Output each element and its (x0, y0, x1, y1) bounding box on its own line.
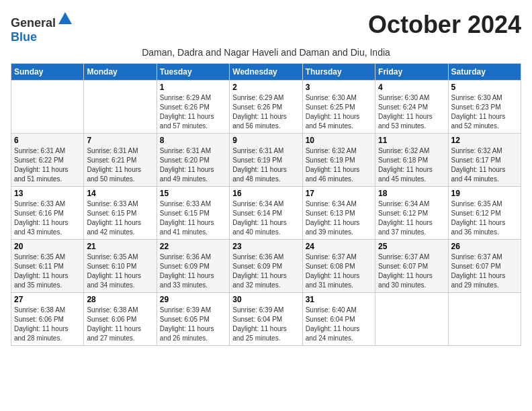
calendar-header: SundayMondayTuesdayWednesdayThursdayFrid… (11, 64, 521, 81)
calendar-week-row: 20Sunrise: 6:35 AM Sunset: 6:11 PM Dayli… (11, 240, 521, 293)
day-number: 14 (87, 189, 153, 198)
calendar-cell (11, 81, 84, 134)
logo-general: General (11, 16, 56, 30)
day-number: 10 (306, 136, 372, 145)
calendar-cell (375, 293, 448, 346)
day-info: Sunrise: 6:38 AM Sunset: 6:06 PM Dayligh… (87, 306, 153, 343)
calendar-cell: 18Sunrise: 6:34 AM Sunset: 6:12 PM Dayli… (375, 187, 448, 240)
calendar-cell: 2Sunrise: 6:29 AM Sunset: 6:26 PM Daylig… (230, 81, 302, 134)
svg-marker-0 (58, 12, 72, 24)
day-number: 16 (232, 189, 299, 198)
day-number: 19 (451, 189, 518, 198)
day-number: 30 (232, 295, 299, 304)
day-info: Sunrise: 6:29 AM Sunset: 6:26 PM Dayligh… (232, 93, 299, 131)
day-number: 13 (14, 189, 81, 198)
day-info: Sunrise: 6:31 AM Sunset: 6:19 PM Dayligh… (232, 146, 299, 184)
calendar-cell: 8Sunrise: 6:31 AM Sunset: 6:20 PM Daylig… (157, 134, 229, 187)
calendar-cell: 16Sunrise: 6:34 AM Sunset: 6:14 PM Dayli… (230, 187, 302, 240)
day-info: Sunrise: 6:34 AM Sunset: 6:12 PM Dayligh… (378, 199, 445, 237)
calendar-week-row: 13Sunrise: 6:33 AM Sunset: 6:16 PM Dayli… (11, 187, 521, 240)
day-info: Sunrise: 6:30 AM Sunset: 6:23 PM Dayligh… (451, 93, 518, 131)
day-number: 21 (87, 242, 153, 251)
day-number: 3 (306, 83, 372, 92)
calendar-cell: 3Sunrise: 6:30 AM Sunset: 6:25 PM Daylig… (302, 81, 375, 134)
calendar-cell: 7Sunrise: 6:31 AM Sunset: 6:21 PM Daylig… (84, 134, 157, 187)
calendar-cell (84, 81, 157, 134)
calendar-table: SundayMondayTuesdayWednesdayThursdayFrid… (11, 63, 521, 346)
day-number: 23 (232, 242, 299, 251)
day-number: 12 (451, 136, 518, 145)
calendar-cell: 22Sunrise: 6:36 AM Sunset: 6:09 PM Dayli… (157, 240, 229, 293)
day-of-week-header: Sunday (11, 64, 84, 81)
calendar-cell: 26Sunrise: 6:37 AM Sunset: 6:07 PM Dayli… (448, 240, 521, 293)
day-number: 7 (87, 136, 153, 145)
calendar-week-row: 1Sunrise: 6:29 AM Sunset: 6:26 PM Daylig… (11, 81, 521, 134)
calendar-cell: 29Sunrise: 6:39 AM Sunset: 6:05 PM Dayli… (157, 293, 229, 346)
day-info: Sunrise: 6:37 AM Sunset: 6:07 PM Dayligh… (451, 253, 518, 290)
day-info: Sunrise: 6:30 AM Sunset: 6:25 PM Dayligh… (306, 93, 372, 131)
day-info: Sunrise: 6:35 AM Sunset: 6:11 PM Dayligh… (14, 253, 81, 290)
calendar-cell: 9Sunrise: 6:31 AM Sunset: 6:19 PM Daylig… (230, 134, 302, 187)
day-info: Sunrise: 6:32 AM Sunset: 6:18 PM Dayligh… (378, 146, 445, 184)
day-number: 31 (306, 295, 372, 304)
day-info: Sunrise: 6:32 AM Sunset: 6:17 PM Dayligh… (451, 146, 518, 184)
day-number: 24 (306, 242, 372, 251)
logo-text: General Blue (11, 11, 73, 44)
day-number: 6 (14, 136, 81, 145)
day-info: Sunrise: 6:35 AM Sunset: 6:10 PM Dayligh… (87, 253, 153, 290)
day-info: Sunrise: 6:39 AM Sunset: 6:05 PM Dayligh… (160, 306, 226, 343)
day-info: Sunrise: 6:40 AM Sunset: 6:04 PM Dayligh… (306, 306, 372, 343)
day-info: Sunrise: 6:37 AM Sunset: 6:07 PM Dayligh… (378, 253, 445, 290)
calendar-cell: 12Sunrise: 6:32 AM Sunset: 6:17 PM Dayli… (448, 134, 521, 187)
calendar-cell: 21Sunrise: 6:35 AM Sunset: 6:10 PM Dayli… (84, 240, 157, 293)
day-of-week-header: Thursday (302, 64, 375, 81)
day-number: 17 (306, 189, 372, 198)
day-of-week-header: Friday (375, 64, 448, 81)
calendar-cell: 14Sunrise: 6:33 AM Sunset: 6:15 PM Dayli… (84, 187, 157, 240)
day-info: Sunrise: 6:31 AM Sunset: 6:21 PM Dayligh… (87, 146, 153, 184)
day-number: 22 (160, 242, 226, 251)
calendar-cell: 28Sunrise: 6:38 AM Sunset: 6:06 PM Dayli… (84, 293, 157, 346)
calendar-cell: 17Sunrise: 6:34 AM Sunset: 6:13 PM Dayli… (302, 187, 375, 240)
day-info: Sunrise: 6:34 AM Sunset: 6:14 PM Dayligh… (232, 199, 299, 237)
calendar-cell: 11Sunrise: 6:32 AM Sunset: 6:18 PM Dayli… (375, 134, 448, 187)
logo: General Blue (11, 11, 73, 44)
calendar-cell: 5Sunrise: 6:30 AM Sunset: 6:23 PM Daylig… (448, 81, 521, 134)
day-info: Sunrise: 6:39 AM Sunset: 6:04 PM Dayligh… (232, 306, 299, 343)
calendar-cell (448, 293, 521, 346)
calendar-cell: 27Sunrise: 6:38 AM Sunset: 6:06 PM Dayli… (11, 293, 84, 346)
day-number: 11 (378, 136, 445, 145)
calendar-cell: 24Sunrise: 6:37 AM Sunset: 6:08 PM Dayli… (302, 240, 375, 293)
day-number: 20 (14, 242, 81, 251)
day-info: Sunrise: 6:32 AM Sunset: 6:19 PM Dayligh… (306, 146, 372, 184)
calendar-cell: 25Sunrise: 6:37 AM Sunset: 6:07 PM Dayli… (375, 240, 448, 293)
day-number: 1 (160, 83, 226, 92)
calendar-cell: 1Sunrise: 6:29 AM Sunset: 6:26 PM Daylig… (157, 81, 229, 134)
day-number: 29 (160, 295, 226, 304)
day-info: Sunrise: 6:33 AM Sunset: 6:15 PM Dayligh… (87, 199, 153, 237)
day-info: Sunrise: 6:33 AM Sunset: 6:16 PM Dayligh… (14, 199, 81, 237)
calendar-cell: 30Sunrise: 6:39 AM Sunset: 6:04 PM Dayli… (230, 293, 302, 346)
month-title: October 2024 (368, 11, 521, 39)
calendar-cell: 20Sunrise: 6:35 AM Sunset: 6:11 PM Dayli… (11, 240, 84, 293)
day-of-week-header: Wednesday (230, 64, 302, 81)
day-number: 15 (160, 189, 226, 198)
day-info: Sunrise: 6:31 AM Sunset: 6:20 PM Dayligh… (160, 146, 226, 184)
day-info: Sunrise: 6:36 AM Sunset: 6:09 PM Dayligh… (232, 253, 299, 290)
day-info: Sunrise: 6:34 AM Sunset: 6:13 PM Dayligh… (306, 199, 372, 237)
day-info: Sunrise: 6:31 AM Sunset: 6:22 PM Dayligh… (14, 146, 81, 184)
logo-icon (57, 11, 73, 27)
day-number: 25 (378, 242, 445, 251)
calendar-subtitle: Daman, Dadra and Nagar Haveli and Daman … (11, 47, 521, 58)
calendar-cell: 10Sunrise: 6:32 AM Sunset: 6:19 PM Dayli… (302, 134, 375, 187)
day-number: 2 (232, 83, 299, 92)
day-info: Sunrise: 6:38 AM Sunset: 6:06 PM Dayligh… (14, 306, 81, 343)
calendar-cell: 19Sunrise: 6:35 AM Sunset: 6:12 PM Dayli… (448, 187, 521, 240)
day-of-week-header: Tuesday (157, 64, 229, 81)
day-number: 26 (451, 242, 518, 251)
calendar-cell: 31Sunrise: 6:40 AM Sunset: 6:04 PM Dayli… (302, 293, 375, 346)
calendar-cell: 4Sunrise: 6:30 AM Sunset: 6:24 PM Daylig… (375, 81, 448, 134)
day-info: Sunrise: 6:29 AM Sunset: 6:26 PM Dayligh… (160, 93, 226, 131)
day-info: Sunrise: 6:30 AM Sunset: 6:24 PM Dayligh… (378, 93, 445, 131)
day-of-week-header: Monday (84, 64, 157, 81)
